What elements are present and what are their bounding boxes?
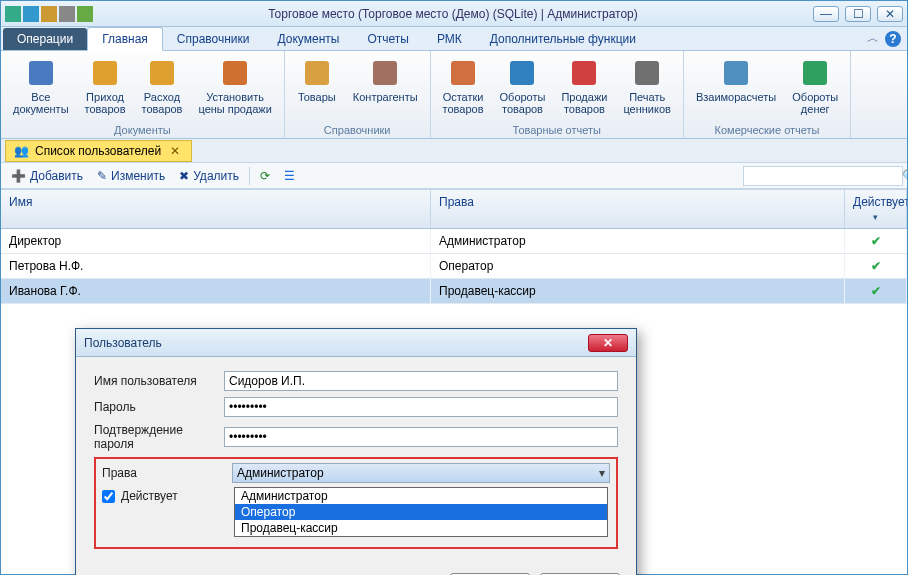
title-bar: Торговое место (Торговое место (Демо) (S… (1, 1, 907, 27)
ribbon-label: Установитьцены продажи (198, 91, 271, 115)
svg-rect-7 (150, 61, 174, 85)
table-row[interactable]: Петрова Н.Ф.Оператор✔ (1, 254, 907, 279)
close-window-button[interactable]: ✕ (877, 6, 903, 22)
col-name[interactable]: Имя (1, 190, 431, 228)
rights-option[interactable]: Оператор (235, 504, 607, 520)
col-active[interactable]: Действует (845, 190, 907, 228)
collapse-ribbon-icon[interactable]: ︿ (867, 30, 879, 47)
ribbon: ВседокументыПриходтоваровРасходтоваровУс… (1, 51, 907, 139)
app-icon-2[interactable] (23, 6, 39, 22)
close-tab-icon[interactable]: ✕ (167, 144, 183, 158)
svg-rect-2 (41, 6, 57, 22)
rights-option[interactable]: Продавец-кассир (235, 520, 607, 536)
menu-tab-docs[interactable]: Документы (264, 28, 354, 50)
menu-tab-reports[interactable]: Отчеты (353, 28, 422, 50)
document-tab-users[interactable]: 👥 Список пользователей ✕ (5, 140, 192, 162)
ribbon-label: Взаиморасчеты (696, 91, 776, 103)
ribbon-money-turn[interactable]: Оборотыденег (786, 55, 844, 123)
ribbon-turnover[interactable]: Оборотытоваров (494, 55, 552, 123)
app-icon-1[interactable] (5, 6, 21, 22)
check-icon: ✔ (871, 234, 881, 248)
cell-rights: Продавец-кассир (431, 279, 845, 303)
password-field[interactable]: ••••••••• (224, 397, 618, 417)
contragents-icon (369, 57, 401, 89)
dialog-title: Пользователь (84, 336, 588, 350)
users-icon: 👥 (14, 144, 29, 158)
username-field[interactable]: Сидоров И.П. (224, 371, 618, 391)
app-icon-3[interactable] (41, 6, 57, 22)
svg-rect-10 (373, 61, 397, 85)
edit-button[interactable]: ✎Изменить (91, 167, 171, 185)
edit-icon: ✎ (97, 169, 107, 183)
quick-launch (5, 6, 93, 22)
sales-icon (568, 57, 600, 89)
cell-name: Директор (1, 229, 431, 253)
rights-value: Администратор (237, 466, 324, 480)
svg-rect-5 (29, 61, 53, 85)
ribbon-set-prices[interactable]: Установитьцены продажи (192, 55, 277, 123)
ribbon-group: ТоварыКонтрагентыСправочники (285, 51, 431, 138)
ribbon-group-name: Комерческие отчеты (690, 123, 844, 136)
dialog-close-button[interactable]: ✕ (588, 334, 628, 352)
ribbon-label: Расходтоваров (142, 91, 183, 115)
ribbon-goods[interactable]: Товары (291, 55, 343, 123)
ribbon-group: ВседокументыПриходтоваровРасходтоваровУс… (1, 51, 285, 138)
delete-button[interactable]: ✖Удалить (173, 167, 245, 185)
rights-combobox[interactable]: Администратор (232, 463, 610, 483)
ribbon-outcome[interactable]: Расходтоваров (136, 55, 189, 123)
add-button[interactable]: ➕Добавить (5, 167, 89, 185)
ribbon-group-name: Товарные отчеты (437, 123, 677, 136)
ribbon-contragents[interactable]: Контрагенты (347, 55, 424, 123)
dialog-titlebar: Пользователь ✕ (76, 329, 636, 357)
ribbon-rests[interactable]: Остаткитоваров (437, 55, 490, 123)
search-icon[interactable]: 🔍 (902, 169, 908, 183)
menu-tab-rmk[interactable]: РМК (423, 28, 476, 50)
username-value: Сидоров И.П. (229, 374, 305, 388)
table-row[interactable]: ДиректорАдминистратор✔ (1, 229, 907, 254)
svg-rect-8 (223, 61, 247, 85)
svg-rect-11 (451, 61, 475, 85)
menu-tab-main[interactable]: Главная (87, 27, 163, 51)
list-button[interactable]: ☰ (278, 167, 301, 185)
refresh-button[interactable]: ⟳ (254, 167, 276, 185)
menu-operations[interactable]: Операции (3, 28, 87, 50)
cell-active: ✔ (845, 229, 907, 253)
document-tab-strip: 👥 Список пользователей ✕ (1, 139, 907, 163)
ribbon-group-name: Справочники (291, 123, 424, 136)
settlements-icon (720, 57, 752, 89)
cell-name: Петрова Н.Ф. (1, 254, 431, 278)
ribbon-all-docs[interactable]: Вседокументы (7, 55, 75, 123)
confirm-value: ••••••••• (229, 430, 267, 444)
maximize-button[interactable]: ☐ (845, 6, 871, 22)
minimize-button[interactable]: — (813, 6, 839, 22)
check-icon: ✔ (871, 284, 881, 298)
ribbon-sales[interactable]: Продажитоваров (555, 55, 613, 123)
menu-tab-extra[interactable]: Дополнительные функции (476, 28, 650, 50)
table-row[interactable]: Иванова Г.Ф.Продавец-кассир✔ (1, 279, 907, 304)
svg-rect-1 (23, 6, 39, 22)
menu-tab-refs[interactable]: Справочники (163, 28, 264, 50)
svg-rect-9 (305, 61, 329, 85)
ribbon-price-print[interactable]: Печатьценников (617, 55, 677, 123)
app-icon-4[interactable] (59, 6, 75, 22)
ribbon-settlements[interactable]: Взаиморасчеты (690, 55, 782, 123)
svg-rect-12 (510, 61, 534, 85)
add-label: Добавить (30, 169, 83, 183)
rights-option[interactable]: Администратор (235, 488, 607, 504)
search-input[interactable] (744, 169, 902, 183)
active-checkbox[interactable] (102, 490, 115, 503)
col-rights[interactable]: Права (431, 190, 845, 228)
ribbon-label: Вседокументы (13, 91, 69, 115)
confirm-field[interactable]: ••••••••• (224, 427, 618, 447)
svg-rect-6 (93, 61, 117, 85)
search-box[interactable]: 🔍 (743, 166, 903, 186)
ribbon-income[interactable]: Приходтоваров (79, 55, 132, 123)
app-icon-5[interactable] (77, 6, 93, 22)
rights-dropdown[interactable]: АдминистраторОператорПродавец-кассир (234, 487, 608, 537)
help-icon[interactable]: ? (885, 31, 901, 47)
ribbon-label: Контрагенты (353, 91, 418, 103)
cell-rights: Администратор (431, 229, 845, 253)
window-title: Торговое место (Торговое место (Демо) (S… (93, 7, 813, 21)
delete-icon: ✖ (179, 169, 189, 183)
document-tab-label: Список пользователей (35, 144, 161, 158)
